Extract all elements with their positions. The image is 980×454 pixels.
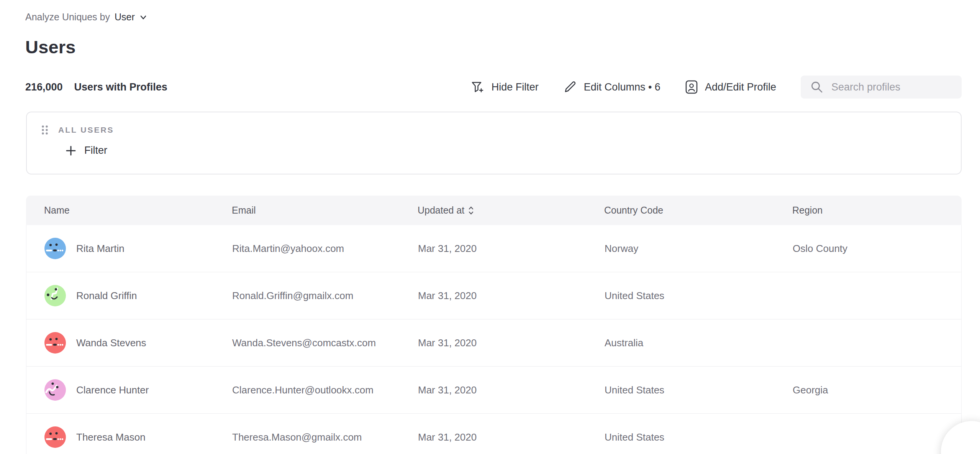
column-header-name[interactable]: Name (44, 205, 232, 216)
filter-group-label: ALL USERS (58, 125, 114, 135)
metrics-toolbar-row: 216,000 Users with Profiles Hide Filter (25, 75, 962, 99)
column-header-region[interactable]: Region (792, 205, 962, 216)
user-avatar (44, 332, 66, 354)
filter-funnel-plus-icon (470, 80, 485, 94)
table-body: Rita Martin Rita.Martin@yahoox.com Mar 3… (26, 225, 962, 454)
toolbar: Hide Filter Edit Columns • 6 (470, 76, 962, 99)
table-row[interactable]: Ronald Griffin Ronald.Griffin@gmailx.com… (26, 272, 961, 319)
name-cell: Rita Martin (44, 238, 232, 259)
search-icon (810, 80, 824, 94)
updated-at: Mar 31, 2020 (418, 337, 605, 349)
country: Norway (605, 243, 793, 255)
user-email: Ronald.Griffin@gmailx.com (232, 290, 418, 302)
user-avatar (44, 238, 66, 259)
user-email: Rita.Martin@yahoox.com (232, 243, 418, 255)
column-header-email[interactable]: Email (232, 205, 418, 216)
name-cell: Theresa Mason (44, 426, 232, 448)
add-filter-label: Filter (84, 145, 107, 156)
user-name: Wanda Stevens (76, 337, 146, 349)
chevron-down-icon (139, 13, 148, 22)
add-filter-button[interactable]: Filter (65, 145, 107, 156)
filter-group-header: ALL USERS (41, 122, 961, 138)
add-edit-profile-button[interactable]: Add/Edit Profile (685, 80, 776, 94)
updated-at: Mar 31, 2020 (418, 384, 605, 396)
country: United States (605, 384, 793, 396)
drag-handle-icon[interactable] (41, 124, 49, 136)
profiles-count: 216,000 (25, 81, 63, 93)
user-avatar (44, 285, 66, 306)
table-row[interactable]: Rita Martin Rita.Martin@yahoox.com Mar 3… (26, 225, 961, 272)
region: Oslo County (793, 243, 961, 255)
search-profiles-input[interactable] (831, 81, 968, 94)
user-name: Rita Martin (76, 243, 125, 255)
user-avatar (44, 379, 66, 401)
user-email: Wanda.Stevens@comcastx.com (232, 337, 418, 349)
country: United States (605, 431, 793, 443)
analyze-by-dropdown[interactable]: User (115, 12, 148, 23)
name-cell: Wanda Stevens (44, 332, 232, 354)
name-cell: Ronald Griffin (44, 285, 232, 306)
users-table: Name Email Updated at Country Code Regio… (26, 196, 962, 454)
table-row[interactable]: Clarence Hunter Clarence.Hunter@outlookx… (26, 367, 961, 414)
profiles-count-label: Users with Profiles (74, 81, 167, 93)
hide-filter-label: Hide Filter (492, 81, 539, 93)
analyze-uniques-label: Analyze Uniques by (25, 12, 110, 23)
updated-at: Mar 31, 2020 (418, 431, 605, 443)
filter-card: ALL USERS Filter (26, 112, 962, 174)
region: Georgia (793, 384, 961, 396)
user-name: Clarence Hunter (76, 384, 149, 396)
add-edit-profile-label: Add/Edit Profile (705, 81, 776, 93)
edit-columns-label: Edit Columns • 6 (584, 81, 660, 93)
user-email: Clarence.Hunter@outlookx.com (232, 384, 418, 396)
name-cell: Clarence Hunter (44, 379, 232, 401)
page-title: Users (25, 36, 962, 58)
plus-icon (65, 145, 77, 156)
profiles-count-group: 216,000 Users with Profiles (25, 81, 167, 93)
analyze-uniques-row: Analyze Uniques by User (25, 12, 962, 23)
table-row[interactable]: Theresa Mason Theresa.Mason@gmailx.com M… (26, 414, 961, 454)
analyze-by-value: User (115, 12, 135, 23)
search-profiles-box[interactable] (801, 76, 962, 99)
country: United States (605, 290, 793, 302)
user-avatar (44, 426, 66, 448)
table-header: Name Email Updated at Country Code Regio… (26, 196, 962, 225)
updated-at: Mar 31, 2020 (418, 290, 605, 302)
user-email: Theresa.Mason@gmailx.com (232, 431, 418, 443)
column-header-updated-at[interactable]: Updated at (418, 205, 604, 216)
hide-filter-button[interactable]: Hide Filter (470, 80, 539, 94)
user-name: Theresa Mason (76, 431, 146, 443)
updated-at: Mar 31, 2020 (418, 243, 605, 255)
country: Australia (605, 337, 793, 349)
table-row[interactable]: Wanda Stevens Wanda.Stevens@comcastx.com… (26, 319, 961, 367)
column-header-country-code[interactable]: Country Code (604, 205, 792, 216)
pencil-icon (563, 80, 577, 94)
profile-card-icon (685, 80, 698, 94)
users-page: Analyze Uniques by User Users 216,000 Us… (0, 12, 980, 454)
edit-columns-button[interactable]: Edit Columns • 6 (563, 80, 660, 94)
sort-icon[interactable] (468, 205, 474, 216)
user-name: Ronald Griffin (76, 290, 137, 302)
